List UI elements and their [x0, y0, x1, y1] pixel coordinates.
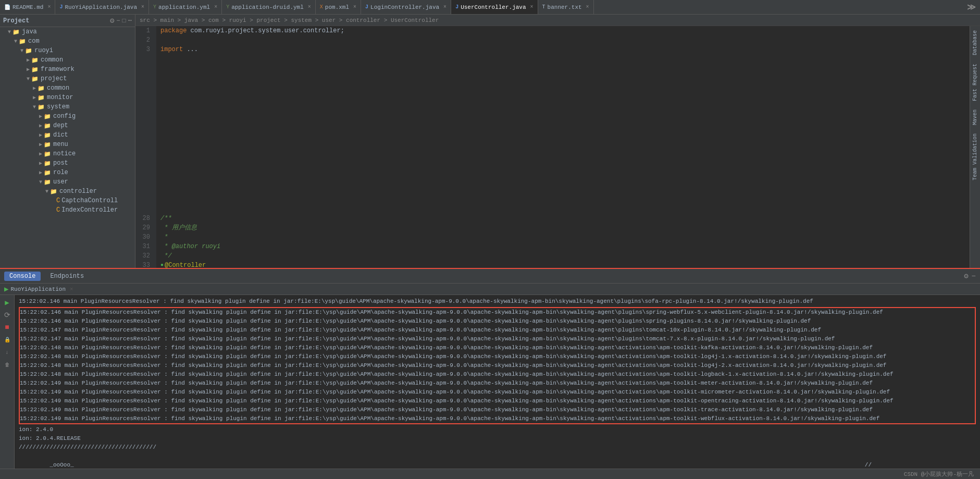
- tree-item-ruoyi[interactable]: ▼ 📁 ruoyi: [0, 46, 135, 55]
- tab-pom[interactable]: X pom.xml ×: [316, 0, 361, 15]
- tab-user-ctrl-label: UserController.java: [461, 4, 526, 10]
- run-btn-5[interactable]: 🗑: [2, 360, 13, 370]
- run-close-icon[interactable]: ×: [70, 286, 73, 292]
- right-panels: Database Fast Request Maven Team Validat…: [970, 26, 980, 268]
- tree-item-system[interactable]: ▼ 📁 system: [0, 102, 135, 112]
- tree-item-framework[interactable]: ▶ 📁 framework: [0, 65, 135, 74]
- red-border-block: 15:22:02.146 main PluginResourcesResolve…: [19, 307, 976, 424]
- tab-readme-close[interactable]: ×: [47, 4, 51, 10]
- project-label: Project: [3, 17, 29, 24]
- panel-fast-request[interactable]: Fast Request: [971, 59, 979, 105]
- tab-readme-label: README.md: [13, 4, 43, 10]
- tree-item-project-common[interactable]: ▶ 📁 common: [0, 83, 135, 93]
- tab-console[interactable]: Console: [4, 272, 41, 281]
- tree-item-java[interactable]: ▼ 📁 java: [0, 27, 135, 36]
- tree-label-proj-common: common: [47, 84, 69, 92]
- code-line-blank-2: [160, 64, 965, 73]
- bottom-tabs-right: ⚙ −: [964, 272, 976, 280]
- tab-user-ctrl-close[interactable]: ×: [530, 4, 534, 10]
- sidebar-settings-icon[interactable]: ⚙: [110, 16, 114, 25]
- tree-label-controller: controller: [59, 188, 97, 195]
- code-line-blank-12: [160, 157, 965, 167]
- tree-item-post[interactable]: ▶ 📁 post: [0, 158, 135, 168]
- bottom-settings-icon[interactable]: ⚙: [964, 272, 968, 280]
- tab-app-druid[interactable]: Y application-druid.yml ×: [222, 0, 316, 15]
- arrow-role: ▶: [38, 169, 44, 176]
- sidebar-collapse-icon[interactable]: −: [116, 17, 120, 24]
- tree-item-dict[interactable]: ▶ 📁 dict: [0, 130, 135, 140]
- tree-item-notice[interactable]: ▶ 📁 notice: [0, 149, 135, 158]
- tree-item-captcha[interactable]: C CaptchaControll: [0, 196, 135, 205]
- tree-item-common[interactable]: ▶ 📁 common: [0, 55, 135, 65]
- bottom-panel: Console Endpoints ⚙ − ▶ RuoYiApplication…: [0, 268, 980, 469]
- tree-item-menu[interactable]: ▶ 📁 menu: [0, 140, 135, 149]
- run-btn-2[interactable]: ⟳: [2, 310, 13, 320]
- bottom-minimize-icon[interactable]: −: [972, 272, 976, 280]
- panel-team-validation[interactable]: Team Validation: [971, 129, 979, 185]
- tab-bar: 📄 README.md × J RuoYiApplication.java × …: [0, 0, 980, 15]
- run-bar: ▶ RuoYiApplication ×: [0, 284, 980, 295]
- panel-maven[interactable]: Maven: [971, 105, 979, 129]
- tab-app-yml-close[interactable]: ×: [214, 4, 217, 10]
- tab-pom-close[interactable]: ×: [353, 4, 356, 10]
- sidebar-expand-icon[interactable]: □: [122, 17, 126, 24]
- status-bar: CSDN @小屁孩大帅-杨一凡: [0, 469, 980, 479]
- tab-endpoints[interactable]: Endpoints: [45, 272, 89, 281]
- folder-com-icon: 📁: [19, 38, 26, 45]
- arrow-menu: ▶: [38, 141, 44, 148]
- java-index-icon: C: [56, 206, 60, 214]
- java-captcha-icon: C: [56, 197, 60, 204]
- folder-project-icon: 📁: [31, 76, 39, 82]
- tab-ruoyi-app[interactable]: J RuoYiApplication.java ×: [55, 0, 149, 15]
- tab-banner[interactable]: T banner.txt ×: [538, 0, 594, 15]
- folder-role-icon: 📁: [44, 169, 51, 176]
- code-line-blank-6: [160, 101, 965, 110]
- folder-notice-icon: 📁: [44, 151, 51, 157]
- tree-label-menu: menu: [53, 141, 68, 148]
- tree-item-user[interactable]: ▼ 📁 user: [0, 177, 135, 187]
- tab-app-yml[interactable]: Y application.yml ×: [149, 0, 222, 15]
- run-btn-1[interactable]: ▶: [2, 297, 13, 308]
- tab-bar-right: ≫: [967, 2, 980, 13]
- tab-login-ctrl-close[interactable]: ×: [443, 4, 446, 10]
- tab-ruoyi-app-close[interactable]: ×: [141, 4, 144, 10]
- tree-item-project[interactable]: ▼ 📁 project: [0, 74, 135, 83]
- tab-banner-close[interactable]: ×: [586, 4, 589, 10]
- sidebar-gear-icon[interactable]: ⋯: [128, 17, 132, 24]
- tree-item-monitor[interactable]: ▶ 📁 monitor: [0, 93, 135, 102]
- run-btn-stop[interactable]: ■: [2, 322, 13, 333]
- tree-label-captcha: CaptchaControll: [61, 197, 118, 204]
- run-btn-4[interactable]: ↓: [2, 347, 13, 358]
- tab-readme[interactable]: 📄 README.md ×: [0, 0, 55, 15]
- arrow-proj-common: ▶: [31, 85, 38, 91]
- arrow-notice: ▶: [38, 151, 44, 157]
- code-content: package com.ruoyi.project.system.user.co…: [156, 26, 970, 268]
- tab-login-ctrl[interactable]: J LoginController.java ×: [361, 0, 451, 15]
- tab-user-ctrl[interactable]: J UserController.java ×: [451, 0, 538, 15]
- tree-item-dept[interactable]: ▶ 📁 dept: [0, 121, 135, 130]
- console-after-1: ion: 2.4.0: [19, 425, 976, 434]
- run-btn-3[interactable]: 🔒: [2, 335, 13, 345]
- code-line-2: [160, 35, 965, 45]
- tab-app-druid-close[interactable]: ×: [308, 4, 311, 10]
- tab-bar-menu[interactable]: ≫: [967, 2, 976, 13]
- tree-label-framework: framework: [41, 66, 75, 73]
- code-line-3: import ...: [160, 45, 965, 54]
- tree-item-com[interactable]: ▼ 📁 com: [0, 36, 135, 46]
- console-line-2: 15:22:02.146 main PluginResourcesResolve…: [20, 317, 975, 326]
- run-play-icon[interactable]: ▶: [4, 285, 8, 293]
- tree-item-config[interactable]: ▶ 📁 config: [0, 112, 135, 121]
- tree-item-role[interactable]: ▶ 📁 role: [0, 168, 135, 177]
- sidebar: Project ⚙ − □ ⋯ ▼ 📁 java ▼ 📁 com ▼ 📁 ruo…: [0, 15, 135, 268]
- tree-label-post: post: [53, 159, 68, 167]
- code-line-blank-4: [160, 82, 965, 92]
- tree-item-index-ctrl[interactable]: C IndexController: [0, 205, 135, 215]
- folder-menu-icon: 📁: [44, 141, 51, 148]
- tree-item-controller[interactable]: ▼ 📁 controller: [0, 187, 135, 196]
- panel-database[interactable]: Database: [971, 26, 979, 59]
- code-line-blank-9: [160, 129, 965, 139]
- arrow-com: ▼: [13, 39, 19, 44]
- arrow-user: ▼: [38, 179, 44, 185]
- code-line-1: package com.ruoyi.project.system.user.co…: [160, 26, 965, 35]
- tree-label-config: config: [53, 113, 76, 120]
